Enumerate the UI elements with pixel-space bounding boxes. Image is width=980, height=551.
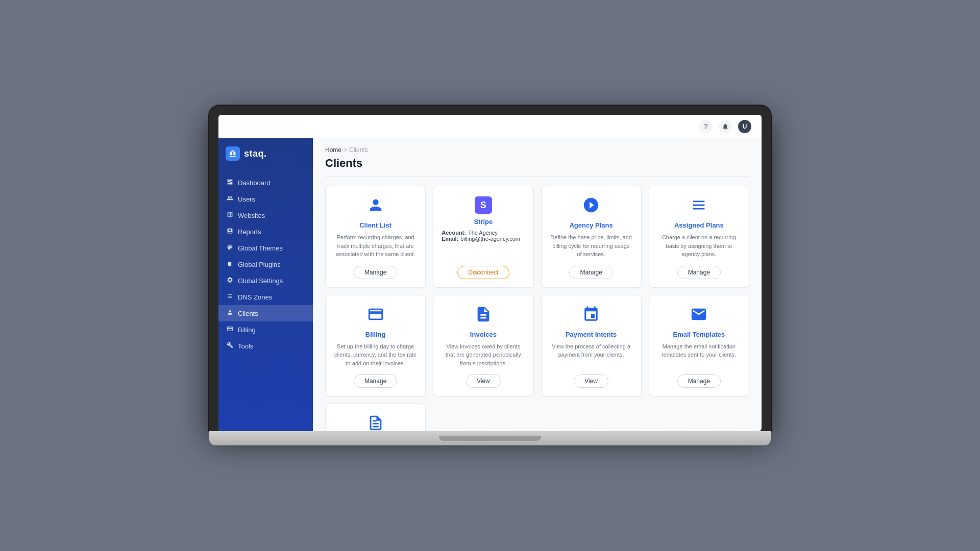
dashboard-icon [226,179,234,187]
client-list-icon [367,196,384,217]
invoices-icon [475,306,492,327]
email-templates-desc: Manage the email notification templates … [657,342,741,368]
sidebar-label-clients: Clients [238,310,258,317]
empty-slot-1 [433,404,533,431]
invoices-title: Invoices [470,331,497,338]
card-payment-intents: Payment Intents View the process of coll… [541,295,642,397]
payment-intents-title: Payment Intents [566,331,617,338]
cards-row-1: Client List Perform recurring charges, a… [325,186,749,288]
sidebar-label-dns-zones: DNS Zones [238,293,272,301]
breadcrumb: Home > Clients [325,146,749,154]
reports-icon [226,228,234,236]
breadcrumb-separator: > [344,146,347,154]
stripe-info: Account:The Agency Email:billing@the-age… [442,230,525,242]
sidebar-item-billing[interactable]: Billing [218,321,313,338]
breadcrumb-home[interactable]: Home [325,146,341,154]
agency-plans-desc: Define the base price, limits, and billi… [550,233,633,259]
help-icon[interactable]: ? [699,120,713,133]
sidebar-item-dashboard[interactable]: Dashboard [218,174,313,191]
sidebar-label-global-plugins: Global Plugins [238,261,281,268]
cards-row-3: Terms & Conditions Manage the Terms & Co… [325,404,749,431]
websites-icon [226,211,234,219]
dns-icon [226,293,234,301]
main-wrapper: staq. Dashboard [218,138,762,431]
sidebar-label-tools: Tools [238,342,253,350]
agency-plans-title: Agency Plans [569,221,612,229]
top-bar: ? U [218,115,762,138]
email-templates-title: Email Templates [673,331,725,338]
card-billing: Billing Set up the billing day to charge… [325,295,426,397]
payment-intents-view-button[interactable]: View [574,374,608,388]
card-terms-conditions: Terms & Conditions Manage the Terms & Co… [325,404,426,431]
sidebar-label-reports: Reports [238,228,261,236]
sidebar-item-websites[interactable]: Websites [218,207,313,223]
payment-intents-desc: View the process of collecting a payment… [550,342,633,368]
stripe-icon: S [475,196,492,214]
breadcrumb-current: Clients [349,146,368,154]
assigned-plans-manage-button[interactable]: Manage [677,266,721,279]
plugins-icon [226,260,234,268]
sidebar-item-clients[interactable]: Clients [218,305,313,321]
sidebar-nav: Dashboard Users [218,169,313,431]
email-templates-icon [690,306,707,327]
sidebar-label-users: Users [238,195,255,203]
top-bar-icons: ? U [699,120,751,133]
sidebar-label-dashboard: Dashboard [238,179,271,187]
stripe-title: Stripe [474,218,493,226]
sidebar-item-tools[interactable]: Tools [218,338,313,354]
assigned-plans-desc: Charge a client on a recurring basis by … [657,233,741,259]
sidebar-item-global-settings[interactable]: Global Settings [218,272,313,289]
card-email-templates: Email Templates Manage the email notific… [649,295,749,397]
agency-plans-manage-button[interactable]: Manage [569,266,612,279]
cards-row-2: Billing Set up the billing day to charge… [325,295,749,397]
invoices-view-button[interactable]: View [466,374,501,388]
logo: staq. [218,138,313,169]
client-list-manage-button[interactable]: Manage [354,266,397,279]
tools-icon [226,342,234,350]
sidebar-label-global-themes: Global Themes [238,244,283,252]
content-area: Home > Clients Clients [313,138,762,431]
user-avatar[interactable]: U [738,120,751,133]
empty-slot-3 [649,404,749,431]
sidebar: staq. Dashboard [218,138,313,431]
notification-icon[interactable] [719,120,732,133]
logo-text: staq. [244,148,267,159]
themes-icon [226,244,234,252]
payment-intents-icon [582,306,600,327]
card-agency-plans: Agency Plans Define the base price, limi… [541,186,642,288]
invoices-desc: View invoices owed by clients that are g… [442,342,525,368]
sidebar-item-global-themes[interactable]: Global Themes [218,240,313,256]
agency-plans-icon [582,196,600,217]
client-list-title: Client List [359,221,391,229]
page-title: Clients [325,157,749,177]
billing-card-icon [367,306,384,327]
card-invoices: Invoices View invoices owed by clients t… [433,295,533,397]
clients-icon [226,309,234,317]
billing-icon [226,325,234,334]
sidebar-item-dns-zones[interactable]: DNS Zones [218,289,313,305]
email-templates-manage-button[interactable]: Manage [677,374,721,388]
sidebar-label-websites: Websites [238,212,265,219]
terms-conditions-icon [367,414,384,431]
billing-card-title: Billing [365,331,386,338]
stripe-disconnect-button[interactable]: Disconnect [457,266,509,279]
sidebar-item-users[interactable]: Users [218,191,313,207]
settings-icon [226,277,234,285]
assigned-plans-title: Assigned Plans [674,221,724,229]
billing-manage-button[interactable]: Manage [354,374,397,388]
users-icon [226,195,234,203]
assigned-plans-icon [690,196,707,217]
laptop-base [209,431,771,445]
card-stripe: S Stripe Account:The Agency Email:billin… [433,186,533,288]
sidebar-label-global-settings: Global Settings [238,277,283,285]
sidebar-item-reports[interactable]: Reports [218,223,313,240]
client-list-desc: Perform recurring charges, and track mul… [334,233,417,259]
empty-slot-2 [541,404,642,431]
billing-card-desc: Set up the billing day to charge clients… [334,342,417,368]
logo-icon [226,146,240,161]
card-client-list: Client List Perform recurring charges, a… [325,186,426,288]
sidebar-label-billing: Billing [238,326,256,334]
card-assigned-plans: Assigned Plans Charge a client on a recu… [649,186,749,288]
sidebar-item-global-plugins[interactable]: Global Plugins [218,256,313,272]
